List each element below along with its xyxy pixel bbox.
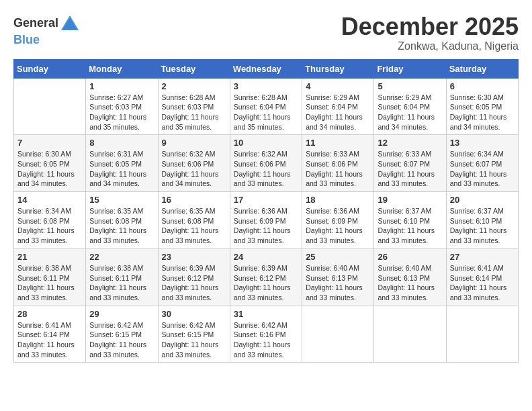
calendar-cell: 2Sunrise: 6:28 AM Sunset: 6:03 PM Daylig… [158, 78, 230, 135]
calendar-cell: 20Sunrise: 6:37 AM Sunset: 6:10 PM Dayli… [446, 192, 518, 249]
day-number: 3 [234, 81, 298, 91]
cell-info: Sunrise: 6:31 AM Sunset: 6:05 PM Dayligh… [89, 149, 154, 189]
day-header-monday: Monday [86, 59, 158, 78]
calendar-cell: 1Sunrise: 6:27 AM Sunset: 6:03 PM Daylig… [86, 78, 158, 135]
day-number: 1 [89, 81, 154, 91]
week-row-4: 21Sunrise: 6:38 AM Sunset: 6:11 PM Dayli… [14, 248, 519, 306]
calendar-cell: 29Sunrise: 6:42 AM Sunset: 6:15 PM Dayli… [86, 306, 158, 363]
day-number: 23 [162, 252, 226, 262]
calendar-cell: 7Sunrise: 6:30 AM Sunset: 6:05 PM Daylig… [14, 135, 86, 192]
day-number: 10 [234, 138, 298, 148]
calendar-cell: 13Sunrise: 6:34 AM Sunset: 6:07 PM Dayli… [446, 135, 518, 192]
logo-icon [60, 13, 80, 34]
day-number: 25 [306, 252, 370, 262]
location: Zonkwa, Kaduna, Nigeria [341, 40, 519, 52]
calendar-cell: 3Sunrise: 6:28 AM Sunset: 6:04 PM Daylig… [230, 78, 302, 135]
day-number: 31 [234, 309, 298, 319]
calendar-cell: 24Sunrise: 6:39 AM Sunset: 6:12 PM Dayli… [230, 248, 302, 306]
day-number: 12 [378, 138, 442, 148]
calendar-cell: 26Sunrise: 6:40 AM Sunset: 6:13 PM Dayli… [374, 248, 446, 306]
day-header-saturday: Saturday [446, 59, 518, 78]
calendar-cell: 8Sunrise: 6:31 AM Sunset: 6:05 PM Daylig… [86, 135, 158, 192]
cell-info: Sunrise: 6:30 AM Sunset: 6:05 PM Dayligh… [450, 93, 515, 132]
cell-info: Sunrise: 6:41 AM Sunset: 6:14 PM Dayligh… [17, 320, 82, 360]
day-number: 11 [306, 138, 370, 148]
cell-info: Sunrise: 6:37 AM Sunset: 6:10 PM Dayligh… [378, 206, 442, 246]
day-number: 24 [234, 252, 298, 262]
cell-info: Sunrise: 6:38 AM Sunset: 6:11 PM Dayligh… [89, 263, 154, 303]
logo-blue-text: Blue [13, 33, 40, 46]
cell-info: Sunrise: 6:35 AM Sunset: 6:08 PM Dayligh… [162, 206, 226, 246]
cell-info: Sunrise: 6:29 AM Sunset: 6:04 PM Dayligh… [378, 93, 442, 132]
day-header-wednesday: Wednesday [230, 59, 302, 78]
cell-info: Sunrise: 6:36 AM Sunset: 6:09 PM Dayligh… [234, 206, 298, 246]
day-number: 7 [17, 138, 82, 148]
day-number: 17 [234, 195, 298, 205]
day-number: 29 [89, 309, 154, 319]
cell-info: Sunrise: 6:30 AM Sunset: 6:05 PM Dayligh… [17, 149, 82, 189]
calendar-table: SundayMondayTuesdayWednesdayThursdayFrid… [13, 59, 519, 363]
day-number: 30 [162, 309, 226, 319]
day-number: 9 [162, 138, 226, 148]
day-number: 15 [89, 195, 154, 205]
cell-info: Sunrise: 6:32 AM Sunset: 6:06 PM Dayligh… [162, 149, 226, 189]
day-number: 8 [89, 138, 154, 148]
calendar-cell [446, 306, 518, 363]
cell-info: Sunrise: 6:27 AM Sunset: 6:03 PM Dayligh… [89, 93, 154, 132]
cell-info: Sunrise: 6:42 AM Sunset: 6:15 PM Dayligh… [162, 320, 226, 360]
cell-info: Sunrise: 6:29 AM Sunset: 6:04 PM Dayligh… [306, 93, 370, 132]
calendar-cell [302, 306, 374, 363]
cell-info: Sunrise: 6:33 AM Sunset: 6:07 PM Dayligh… [378, 149, 442, 189]
cell-info: Sunrise: 6:39 AM Sunset: 6:12 PM Dayligh… [234, 263, 298, 303]
calendar-cell: 28Sunrise: 6:41 AM Sunset: 6:14 PM Dayli… [14, 306, 86, 363]
day-number: 18 [306, 195, 370, 205]
day-number: 19 [378, 195, 442, 205]
day-number: 26 [378, 252, 442, 262]
cell-info: Sunrise: 6:40 AM Sunset: 6:13 PM Dayligh… [378, 263, 442, 303]
title-block: December 2025 Zonkwa, Kaduna, Nigeria [341, 13, 519, 52]
cell-info: Sunrise: 6:34 AM Sunset: 6:08 PM Dayligh… [17, 206, 82, 246]
logo: General Blue [13, 13, 80, 47]
calendar-cell: 30Sunrise: 6:42 AM Sunset: 6:15 PM Dayli… [158, 306, 230, 363]
calendar-cell: 15Sunrise: 6:35 AM Sunset: 6:08 PM Dayli… [86, 192, 158, 249]
calendar-cell: 18Sunrise: 6:36 AM Sunset: 6:09 PM Dayli… [302, 192, 374, 249]
cell-info: Sunrise: 6:40 AM Sunset: 6:13 PM Dayligh… [306, 263, 370, 303]
cell-info: Sunrise: 6:32 AM Sunset: 6:06 PM Dayligh… [234, 149, 298, 189]
calendar-cell: 27Sunrise: 6:41 AM Sunset: 6:14 PM Dayli… [446, 248, 518, 306]
cell-info: Sunrise: 6:34 AM Sunset: 6:07 PM Dayligh… [450, 149, 515, 189]
day-number: 6 [450, 81, 515, 91]
calendar-cell: 9Sunrise: 6:32 AM Sunset: 6:06 PM Daylig… [158, 135, 230, 192]
calendar-cell: 10Sunrise: 6:32 AM Sunset: 6:06 PM Dayli… [230, 135, 302, 192]
calendar-header-row: SundayMondayTuesdayWednesdayThursdayFrid… [14, 59, 519, 78]
day-number: 14 [17, 195, 82, 205]
day-number: 21 [17, 252, 82, 262]
calendar-cell: 25Sunrise: 6:40 AM Sunset: 6:13 PM Dayli… [302, 248, 374, 306]
calendar-cell: 17Sunrise: 6:36 AM Sunset: 6:09 PM Dayli… [230, 192, 302, 249]
calendar-cell [374, 306, 446, 363]
cell-info: Sunrise: 6:33 AM Sunset: 6:06 PM Dayligh… [306, 149, 370, 189]
calendar-cell: 31Sunrise: 6:42 AM Sunset: 6:16 PM Dayli… [230, 306, 302, 363]
cell-info: Sunrise: 6:39 AM Sunset: 6:12 PM Dayligh… [162, 263, 226, 303]
week-row-2: 7Sunrise: 6:30 AM Sunset: 6:05 PM Daylig… [14, 135, 519, 192]
week-row-5: 28Sunrise: 6:41 AM Sunset: 6:14 PM Dayli… [14, 306, 519, 363]
day-header-thursday: Thursday [302, 59, 374, 78]
calendar-cell: 23Sunrise: 6:39 AM Sunset: 6:12 PM Dayli… [158, 248, 230, 306]
day-header-friday: Friday [374, 59, 446, 78]
cell-info: Sunrise: 6:28 AM Sunset: 6:04 PM Dayligh… [234, 93, 298, 132]
day-header-sunday: Sunday [14, 59, 86, 78]
day-number: 13 [450, 138, 515, 148]
cell-info: Sunrise: 6:35 AM Sunset: 6:08 PM Dayligh… [89, 206, 154, 246]
calendar-cell: 21Sunrise: 6:38 AM Sunset: 6:11 PM Dayli… [14, 248, 86, 306]
cell-info: Sunrise: 6:38 AM Sunset: 6:11 PM Dayligh… [17, 263, 82, 303]
calendar-cell: 14Sunrise: 6:34 AM Sunset: 6:08 PM Dayli… [14, 192, 86, 249]
calendar-cell: 16Sunrise: 6:35 AM Sunset: 6:08 PM Dayli… [158, 192, 230, 249]
page-header: General Blue December 2025 Zonkwa, Kadun… [13, 13, 519, 52]
day-number: 4 [306, 81, 370, 91]
calendar-cell: 19Sunrise: 6:37 AM Sunset: 6:10 PM Dayli… [374, 192, 446, 249]
week-row-1: 1Sunrise: 6:27 AM Sunset: 6:03 PM Daylig… [14, 78, 519, 135]
day-number: 22 [89, 252, 154, 262]
logo-general-text: General [13, 17, 58, 30]
calendar-cell: 12Sunrise: 6:33 AM Sunset: 6:07 PM Dayli… [374, 135, 446, 192]
day-number: 28 [17, 309, 82, 319]
day-number: 20 [450, 195, 515, 205]
